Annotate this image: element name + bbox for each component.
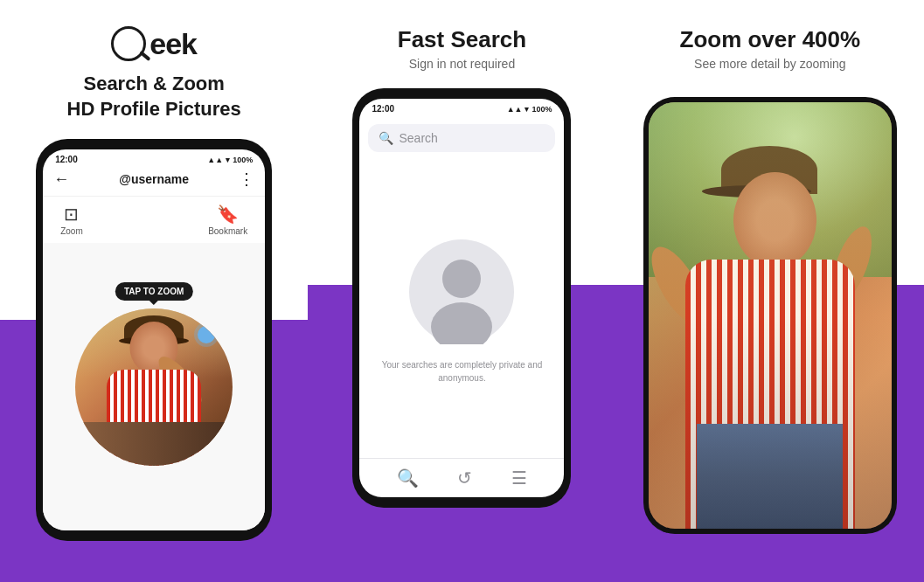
profile-wrapper: TAP TO ZOOM (75, 308, 233, 466)
bookmark-label: Bookmark (208, 226, 247, 236)
zoom-button[interactable]: ⊡ Zoom (60, 204, 83, 236)
search-icon: 🔍 (379, 131, 393, 145)
history-nav-icon[interactable]: ↺ (457, 468, 472, 488)
middle-phone-screen: 12:00 ▲▲ ▾ 100% 🔍 Search Your se (359, 99, 564, 497)
battery-icon: 100% (233, 156, 253, 164)
logo-text: eek (149, 27, 197, 61)
left-section-title: Search & Zoom HD Profile Pictures (67, 72, 241, 121)
left-phone: 12:00 ▲▲ ▾ 100% ← @username ⋮ ⊡ (36, 139, 272, 541)
back-icon[interactable]: ← (53, 170, 69, 189)
left-time: 12:00 (55, 155, 78, 164)
middle-feature-subtitle: Sign in not required (409, 57, 515, 71)
left-phone-header: ← @username ⋮ (43, 166, 265, 197)
default-avatar-icon (409, 239, 514, 344)
left-section: eek Search & Zoom HD Profile Pictures 12… (0, 0, 308, 582)
left-phone-frame: 12:00 ▲▲ ▾ 100% ← @username ⋮ ⊡ (36, 139, 272, 541)
profile-circle[interactable] (75, 308, 233, 466)
tap-to-zoom-label: TAP TO ZOOM (115, 282, 192, 301)
middle-wifi-icon: ▾ (525, 105, 529, 114)
middle-feature-title: Fast Search (398, 26, 526, 53)
menu-nav-icon[interactable]: ☰ (511, 468, 527, 488)
middle-time: 12:00 (372, 104, 394, 114)
right-feature-subtitle: See more detail by zooming (694, 57, 846, 71)
face-shape (733, 172, 816, 268)
search-nav-icon[interactable]: 🔍 (397, 468, 419, 488)
left-phone-screen: 12:00 ▲▲ ▾ 100% ← @username ⋮ ⊡ (43, 149, 265, 530)
bottom-nav: 🔍 ↺ ☰ (359, 458, 564, 497)
svg-point-1 (442, 260, 481, 298)
middle-status-icons: ▲▲ ▾ 100% (507, 105, 552, 114)
right-phone-screen (649, 102, 892, 529)
middle-section: Fast Search Sign in not required 12:00 ▲… (308, 0, 615, 582)
privacy-text: Your searches are completely private and… (359, 358, 564, 385)
left-phone-actions: ⊡ Zoom 🔖 Bookmark (43, 197, 265, 243)
zoomed-photo (649, 102, 892, 529)
right-section: Zoom over 400% See more detail by zoomin… (616, 0, 924, 582)
right-phone (643, 97, 897, 534)
left-status-bar: 12:00 ▲▲ ▾ 100% (43, 149, 265, 166)
jeans-shape (697, 424, 843, 529)
wifi-icon: ▾ (226, 156, 230, 164)
left-status-icons: ▲▲ ▾ 100% (207, 156, 253, 164)
middle-status-bar: 12:00 ▲▲ ▾ 100% (359, 99, 564, 115)
logo-q-icon (111, 26, 146, 61)
search-bar[interactable]: 🔍 Search (368, 124, 555, 152)
zoom-icon: ⊡ (64, 204, 79, 225)
logo-container: eek (111, 26, 197, 61)
signal-icon: ▲▲ (207, 156, 223, 164)
zoom-label: Zoom (60, 226, 83, 236)
middle-battery-icon: 100% (531, 105, 552, 114)
middle-signal-icon: ▲▲ (507, 105, 523, 114)
right-feature-title: Zoom over 400% (680, 26, 861, 53)
bookmark-button[interactable]: 🔖 Bookmark (208, 204, 247, 236)
username-label: @username (119, 172, 189, 186)
profile-pic-area: TAP TO ZOOM (43, 243, 265, 530)
more-icon[interactable]: ⋮ (239, 170, 254, 189)
avatar-placeholder: Your searches are completely private and… (359, 166, 564, 458)
middle-phone: 12:00 ▲▲ ▾ 100% 🔍 Search Your se (352, 88, 571, 508)
bookmark-icon: 🔖 (217, 204, 239, 225)
search-placeholder-text: Search (399, 131, 437, 145)
